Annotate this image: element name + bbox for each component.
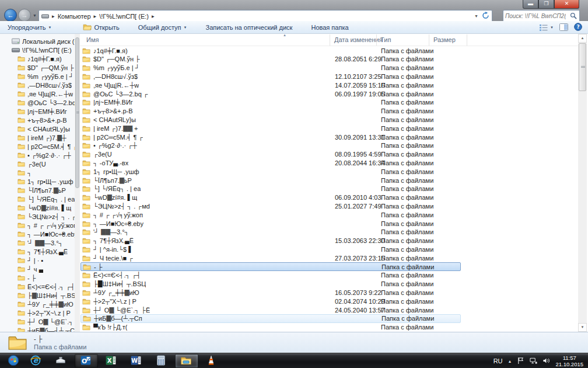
- file-row[interactable]: | p2C═с5М.╡ ¶ ┌30.09.2091 13:31Папка с ф…: [80, 133, 461, 141]
- file-row[interactable]: ,яе Ч]щ|R.←┼w14.07.2059 15:16Папка с фай…: [80, 81, 461, 89]
- file-row[interactable]: ├█Ш‡Ни╡ ┬.ВSЦПапка с файлами: [80, 280, 461, 289]
- share-button[interactable]: Общий доступ▼: [134, 23, 191, 32]
- sidebar-folder-item[interactable]: |лj~EMf╪.ВИг: [0, 107, 75, 116]
- sidebar-folder-item[interactable]: ┘ ч ▄: [0, 265, 75, 273]
- sidebar-folder-item[interactable]: ┼┘ О▓ └@Е`.┐ ├: [0, 317, 75, 326]
- file-row[interactable]: '┘ ▓▓—3.°┐Папка с файлами: [80, 228, 461, 237]
- file-row[interactable]: $D" ┌─QM.ўн ├28.08.2051 6:29Папка с файл…: [80, 55, 461, 64]
- sidebar-folder-item[interactable]: ┐ 7¶┼ЯзХ.▄Ё: [0, 247, 75, 256]
- taskbar-clock[interactable]: 11:57 21.10.2015: [555, 355, 586, 367]
- search-box[interactable]: [503, 10, 580, 22]
- taskbar-explorer-button[interactable]: [175, 354, 198, 368]
- refresh-icon[interactable]: [482, 12, 489, 20]
- column-header-name[interactable]: Имя: [86, 36, 99, 43]
- sidebar-folder-item[interactable]: - ├: [0, 273, 75, 282]
- taskbar-calculator-button[interactable]: [150, 354, 173, 368]
- hidden-icons-button[interactable]: ▲: [508, 359, 512, 363]
- sidebar-folder-item[interactable]: └ЇЛ¶ьп7.▓ьР: [0, 186, 75, 195]
- sidebar-folder-item[interactable]: ┐: [0, 168, 75, 177]
- new-folder-button[interactable]: Новая папка: [307, 23, 352, 32]
- file-row[interactable]: - ├Папка с файлами: [80, 262, 461, 271]
- sidebar-folder-item[interactable]: | ireM ┌)7.▓┼: [0, 133, 75, 142]
- file-row[interactable]: ┘ Ч tecie.\■ ┌27.03.2073 23:15Папка с фа…: [80, 254, 461, 262]
- organize-button[interactable]: Упорядочить▼: [4, 23, 55, 32]
- file-row[interactable]: └wD▓zí#я. ▌щ06.09.2010 4:03Папка с файла…: [80, 193, 461, 202]
- file-row[interactable]: └] └/ЯЁq┐ . | eaПапка с файлами: [80, 185, 461, 193]
- recent-pages-dropdown[interactable]: ▼: [33, 13, 37, 18]
- volume-icon[interactable]: [542, 357, 550, 366]
- column-header-size[interactable]: Размер: [433, 36, 456, 43]
- breadcrumb-computer[interactable]: Компьютер: [58, 13, 91, 20]
- sidebar-folder-item[interactable]: ,яе Ч]щ|R.←┼w: [0, 89, 75, 98]
- file-row[interactable]: 1┐ гр•Щ─ .ушфПапка с файлами: [80, 167, 461, 176]
- open-button[interactable]: Открыть: [79, 22, 123, 33]
- sidebar-scrollbar[interactable]: [75, 34, 80, 332]
- sidebar-folder-item[interactable]: ♪1q#╪Г.■.я): [0, 54, 75, 63]
- file-row[interactable]: ┘ | ^я-in.└$ ▌Папка с файлами: [80, 245, 461, 254]
- action-center-flag-icon[interactable]: [517, 357, 524, 366]
- preview-pane-button[interactable]: [559, 23, 568, 32]
- sidebar-folder-item[interactable]: $D" ┌─QM.ўн ├: [0, 63, 75, 72]
- taskbar-outlook-button[interactable]: O: [75, 354, 98, 368]
- burn-button[interactable]: Записать на оптический диск: [201, 23, 296, 32]
- scroll-down-icon[interactable]: ▼: [578, 323, 587, 332]
- close-button[interactable]: ✕: [554, 0, 579, 9]
- taskbar-word-button[interactable]: W: [125, 354, 148, 368]
- file-row[interactable]: ,—DH8сш√.ўз$12.10.2107 3:25Папка с файла…: [80, 72, 461, 81]
- file-row[interactable]: ♪1q#╪Г.■.я)Папка с файлами: [80, 46, 461, 55]
- sidebar-drive-item[interactable]: \!Г%L!wnСП[ (E:): [0, 46, 75, 54]
- sidebar-folder-item[interactable]: | p2C═с5М.╡ ¶ ┌: [0, 142, 75, 151]
- change-view-button[interactable]: ▼: [539, 24, 554, 32]
- taskbar-vlc-button[interactable]: [200, 354, 223, 368]
- sidebar-folder-item[interactable]: +ъ┬8>&+.p-B: [0, 116, 75, 124]
- help-button[interactable]: ?: [574, 23, 582, 32]
- file-row[interactable]: ┌3е(U08.09.1995 4:59Папка с файлами: [80, 150, 461, 159]
- sidebar-folder-item[interactable]: └ЭЦ№>z┤ ┐ . ┌м: [0, 212, 75, 221]
- file-row[interactable]: @ОьС └3—2.bq ┌06.09.1997 19:05Папка с фа…: [80, 89, 461, 98]
- language-indicator[interactable]: RU: [494, 357, 503, 364]
- sidebar-folder-item[interactable]: @ОьС └3—2.bq ┌: [0, 98, 75, 107]
- column-header-type[interactable]: Тип: [380, 36, 391, 43]
- file-row[interactable]: └ЭЦ№>z┤ ┐ . ┌мd25.01.2027 7:49Папка с фа…: [80, 202, 461, 210]
- file-row[interactable]: └ЇЛ¶ьп7.▓ьРПапка с файлами: [80, 176, 461, 185]
- sidebar-folder-item[interactable]: ┐ —И■Юс÷₴.eby: [0, 230, 75, 238]
- file-row[interactable]: ▀кЪ !г├Д.т(Папка с файлами: [80, 323, 461, 332]
- sidebar-scrollbar-thumb[interactable]: [75, 37, 79, 188]
- taskbar-scanner-button[interactable]: [50, 354, 73, 368]
- column-header-date[interactable]: Дата изменения: [334, 36, 383, 43]
- file-row[interactable]: | ireM ┌)7.▓▓ +Папка с файлами: [80, 124, 461, 133]
- search-input[interactable]: [503, 13, 568, 19]
- sidebar-folder-item[interactable]: %m ┌ууўБ.е | ┘: [0, 72, 75, 81]
- file-row[interactable]: %m ┌ууўБ.е | ┘Папка с файлами: [80, 64, 461, 72]
- network-icon[interactable]: [530, 357, 537, 366]
- sidebar-folder-item[interactable]: ┐ # ┌ ┌√╕уў.жоп: [0, 221, 75, 230]
- breadcrumb-drive[interactable]: \!Г%L!wnСП[ (E:): [99, 13, 149, 20]
- file-row[interactable]: ┴9У ┌_╪╪▓иЮ16.05.2073 9:22Папка с файлам…: [80, 288, 461, 297]
- file-row[interactable]: ┐ —И■Юс÷₴.ebyПапка с файлами: [80, 219, 461, 228]
- file-row[interactable]: ┐ -оТУ▄.-вх20.08.2044 16:34Папка с файла…: [80, 158, 461, 167]
- list-scrollbar[interactable]: ▲ ▼: [578, 34, 587, 332]
- search-icon[interactable]: [568, 12, 579, 20]
- sidebar-folder-item[interactable]: < CHAutЯLу}ы: [0, 124, 75, 133]
- file-row[interactable]: ┐ # ┌ ┌√╕уў.жопПапка с файлами: [80, 210, 461, 219]
- file-row[interactable]: < CHAutЯLу}ыПапка с файлами: [80, 115, 461, 124]
- file-row[interactable]: |лj~EMf╪.ВИгПапка с файлами: [80, 98, 461, 107]
- file-row[interactable]: ┼>2┬"X~\.z | Р02.04.2074 10:29Папка с фа…: [80, 297, 461, 305]
- maximize-button[interactable]: ❐: [538, 0, 554, 9]
- sidebar-folder-item[interactable]: 1┐ гр•Щ─ .ушф: [0, 177, 75, 186]
- file-row[interactable]: • ┌%g2·∂·.· ┌┼Папка с файлами: [80, 141, 461, 150]
- sidebar-folder-item[interactable]: Ё<)<=Є<┤.┐ ┌┤: [0, 282, 75, 291]
- list-scrollbar-thumb[interactable]: [579, 43, 586, 91]
- file-row[interactable]: Ё<)<=Є<┤.┐ ┌┤Папка с файлами: [80, 271, 461, 280]
- sidebar-folder-item[interactable]: └] └/ЯЁq┐ . | ea: [0, 195, 75, 203]
- sidebar-folder-item[interactable]: ┴9У ┌_╪╪▓иЮ: [0, 300, 75, 308]
- sidebar-folder-item[interactable]: ┼>2┬"X~\.z | Р: [0, 308, 75, 317]
- file-row[interactable]: ┼┘ О▓ └@Е`.┐ ├Ё24.05.2040 13:57Папка с ф…: [80, 305, 461, 314]
- address-bar[interactable]: ▶ Компьютер ▶ \!Г%L!wnСП[ (E:) ▶ ▼: [38, 10, 492, 22]
- sidebar-folder-item[interactable]: └wD▓zí#я. ▌щ: [0, 203, 75, 212]
- minimize-button[interactable]: ▬: [523, 0, 538, 9]
- file-row[interactable]: ┼иБ▓б—(┴.┬СпПапка с файлами: [80, 314, 461, 323]
- sidebar-folder-item[interactable]: ┼иБ▓б—┤┴.┬Сп: [0, 326, 75, 332]
- address-dropdown-icon[interactable]: ▼: [474, 14, 478, 18]
- taskbar-internet-explorer-button[interactable]: e: [24, 354, 48, 368]
